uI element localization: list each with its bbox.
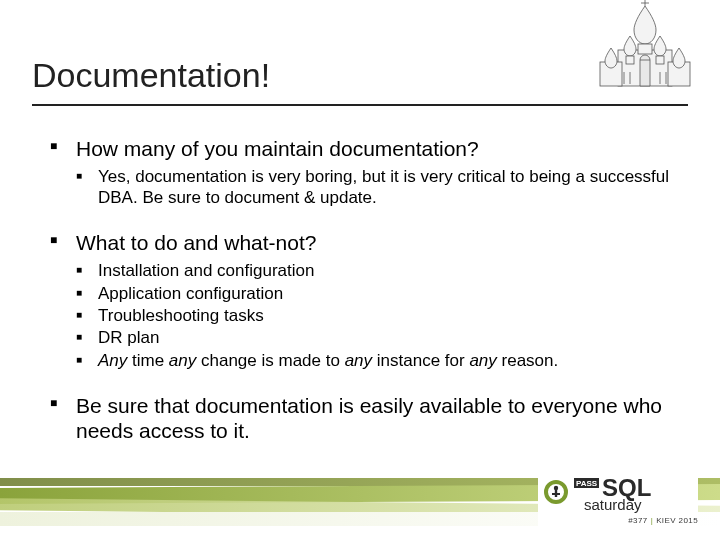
- title-underline: [32, 104, 688, 106]
- svg-rect-14: [552, 493, 560, 495]
- logo-year: 2015: [679, 516, 698, 525]
- emph-word: any: [169, 351, 196, 370]
- bullet-text: Be sure that documentation is easily ava…: [76, 394, 662, 442]
- bullet-item: Be sure that documentation is easily ava…: [50, 393, 670, 443]
- sub-bullet-text: DR plan: [98, 328, 159, 347]
- sub-bullet-item: Any time any change is made to any insta…: [76, 351, 670, 371]
- slide-body: How many of you maintain documentation? …: [50, 136, 670, 449]
- sub-bullet-item: Application configuration: [76, 284, 670, 304]
- logo-pass-text: PASS: [576, 479, 598, 488]
- emph-word: any: [469, 351, 496, 370]
- bullet-item: How many of you maintain documentation? …: [50, 136, 670, 208]
- slide-title: Documentation!: [32, 56, 270, 95]
- sub-bullet-item: Yes, documentation is very boring, but i…: [76, 167, 670, 208]
- logo-event-number: #377: [628, 516, 647, 525]
- slide: Documentation! How many of you maintain …: [0, 0, 720, 540]
- logo-event-info: #377|KIEV 2015: [538, 516, 698, 525]
- logo-city: KIEV: [656, 516, 676, 525]
- bullet-item: What to do and what-not? Installation an…: [50, 230, 670, 371]
- sqlsaturday-logo: PASS SQL saturday #377|KIEV 2015: [538, 474, 698, 528]
- header-illustration-church: [590, 0, 700, 90]
- sub-bullet-text: Yes, documentation is very boring, but i…: [98, 167, 669, 206]
- sub-bullet-text: Installation and configuration: [98, 261, 314, 280]
- bullet-text: What to do and what-not?: [76, 231, 317, 254]
- emph-word: Any: [98, 351, 127, 370]
- sub-bullet-item: Installation and configuration: [76, 261, 670, 281]
- sub-bullet-text: time: [127, 351, 169, 370]
- sub-bullet-text: instance for: [372, 351, 469, 370]
- svg-rect-6: [626, 56, 634, 64]
- logo-saturday-text: saturday: [584, 496, 642, 513]
- sub-bullet-text: Application configuration: [98, 284, 283, 303]
- separator-icon: |: [648, 516, 656, 525]
- sub-bullet-text: change is made to: [196, 351, 344, 370]
- bullet-text: How many of you maintain documentation?: [76, 137, 479, 160]
- emph-word: any: [345, 351, 372, 370]
- svg-rect-5: [638, 44, 652, 54]
- sub-bullet-item: DR plan: [76, 328, 670, 348]
- sub-bullet-text: reason.: [497, 351, 558, 370]
- sub-bullet-item: Troubleshooting tasks: [76, 306, 670, 326]
- svg-rect-7: [656, 56, 664, 64]
- sub-bullet-text: Troubleshooting tasks: [98, 306, 264, 325]
